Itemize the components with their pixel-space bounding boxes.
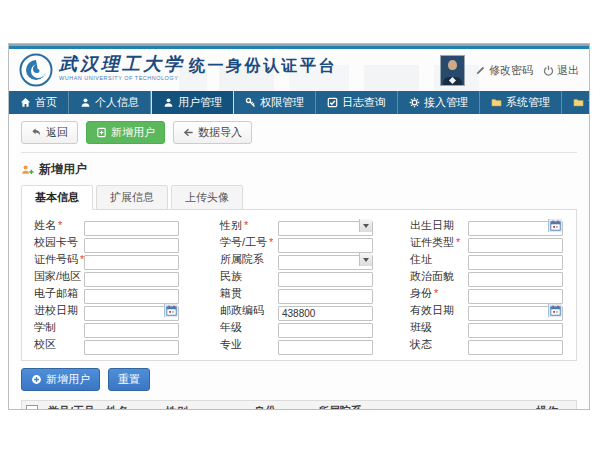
field-label-text: 校区 [34,338,56,350]
major-input[interactable] [278,340,373,355]
tab-basic-info[interactable]: 基本信息 [21,185,93,210]
back-button[interactable]: 返回 [21,121,78,144]
campus-input[interactable] [84,340,179,355]
nav-item-personal-info[interactable]: 个人信息 [69,91,151,114]
field-email: 电子邮箱 [34,286,220,301]
field-label-study-length: 学制 [34,320,84,335]
change-password-label: 修改密码 [489,63,533,78]
field-label-department: 所属院系 [220,252,278,267]
grade-input[interactable] [278,323,373,338]
form-row: 国家/地区民族政治面貌 [22,268,576,285]
university-name-en: WUHAN UNIVERSITY OF TECHNOLOGY [59,75,185,81]
tab-extended-info[interactable]: 扩展信息 [96,185,168,210]
form-panel: 姓名*性别*出生日期校园卡号学号/工号*证件类型*证件号码*所属院系住址国家/地… [21,209,577,361]
table-header-cell: 身份 [250,401,314,410]
field-label-enroll-date: 进校日期 [34,303,84,318]
required-asterisk: * [244,219,248,231]
nav-item-user-management[interactable]: 用户管理 [151,91,234,114]
id-number-input[interactable] [84,255,179,270]
field-ethnicity: 民族 [220,269,410,284]
political-status-input[interactable] [468,272,563,287]
postal-code-input[interactable] [278,306,373,321]
table-header-cell: 性别 [162,401,250,410]
class-input[interactable] [468,323,563,338]
table-header-cell: 学号/工号 [44,401,102,410]
field-label-valid-date: 有效日期 [410,303,468,318]
field-name: 姓名* [34,218,220,233]
university-logo-icon [19,53,53,87]
field-label-class: 班级 [410,320,468,335]
calendar-icon[interactable] [548,219,562,232]
change-password-link[interactable]: 修改密码 [475,63,533,78]
header-cell-checkbox [22,401,44,410]
field-label-identity: 身份* [410,286,468,301]
user-avatar[interactable] [440,55,465,86]
gear-icon [409,97,420,108]
nav-item-label: 用户管理 [178,95,222,110]
user-plus-icon [21,164,34,176]
field-class: 班级 [410,320,576,335]
field-label-text: 班级 [410,321,432,333]
plus-circle-icon [31,374,42,385]
country-region-input[interactable] [84,272,179,287]
field-label-postal-code: 邮政编码 [220,303,278,318]
field-country-region: 国家/地区 [34,269,220,284]
field-label-major: 专业 [220,337,278,352]
calendar-icon[interactable] [548,304,562,317]
field-label-text: 学号/工号 [220,236,267,248]
submit-add-user-button[interactable]: 新增用户 [21,368,100,391]
native-place-input[interactable] [278,289,373,304]
field-label-text: 国家/地区 [34,270,81,282]
nav-item-access-management[interactable]: 接入管理 [398,91,480,114]
nav-item-permission-management[interactable]: 权限管理 [234,91,316,114]
field-control-name [84,218,179,233]
nav-item-label: 订阅管理 [588,95,590,110]
nav-item-home[interactable]: 首页 [9,91,69,114]
student-id-input[interactable] [278,238,373,253]
field-department: 所属院系 [220,252,410,267]
ethnicity-input[interactable] [278,272,373,287]
campus-card-no-input[interactable] [84,238,179,253]
field-control-department [278,252,373,267]
avatar-face [448,60,457,70]
add-user-toolbar-button[interactable]: 新增用户 [86,121,165,144]
data-import-button[interactable]: 数据导入 [173,121,252,144]
nav-item-subscription-management[interactable]: 订阅管理 [562,91,590,114]
field-control-enroll-date [84,303,179,318]
field-political-status: 政治面貌 [410,269,576,284]
identity-input[interactable] [468,289,563,304]
form-row: 电子邮箱籍贯身份* [22,285,576,302]
select-all-checkbox[interactable] [26,405,38,411]
form-actions: 新增用户 重置 [21,361,577,398]
field-label-birth-date: 出生日期 [410,218,468,233]
study-length-input[interactable] [84,323,179,338]
field-label-text: 性别 [220,219,242,231]
page-canvas: 武汉理工大学 WUHAN UNIVERSITY OF TECHNOLOGY 统一… [0,0,600,450]
dropdown-arrow-icon[interactable] [359,253,372,266]
calendar-icon[interactable] [164,304,178,317]
field-control-email [84,286,179,301]
table-header-cell: 操作 [532,401,576,410]
field-control-student-id [278,235,373,250]
field-student-id: 学号/工号* [220,235,410,250]
id-type-input[interactable] [468,238,563,253]
email-input[interactable] [84,289,179,304]
table-header-cell: 姓名 [102,401,162,410]
logout-link[interactable]: 退出 [543,63,579,78]
field-birth-date: 出生日期 [410,218,576,233]
nav-item-log-query[interactable]: 日志查询 [316,91,398,114]
status-input[interactable] [468,340,563,355]
field-label-grade: 年级 [220,320,278,335]
submit-add-user-label: 新增用户 [46,372,90,387]
tab-upload-avatar[interactable]: 上传头像 [171,185,243,210]
field-campus-card-no: 校园卡号 [34,235,220,250]
field-control-valid-date [468,303,563,318]
address-input[interactable] [468,255,563,270]
field-campus: 校区 [34,337,220,352]
nav-item-system-management[interactable]: 系统管理 [480,91,562,114]
reset-button[interactable]: 重置 [108,368,150,391]
content-area: 返回 新增用户 数据导入 [9,114,589,410]
dropdown-arrow-icon[interactable] [359,219,372,232]
log-check-icon [327,97,338,108]
name-input[interactable] [84,221,179,236]
